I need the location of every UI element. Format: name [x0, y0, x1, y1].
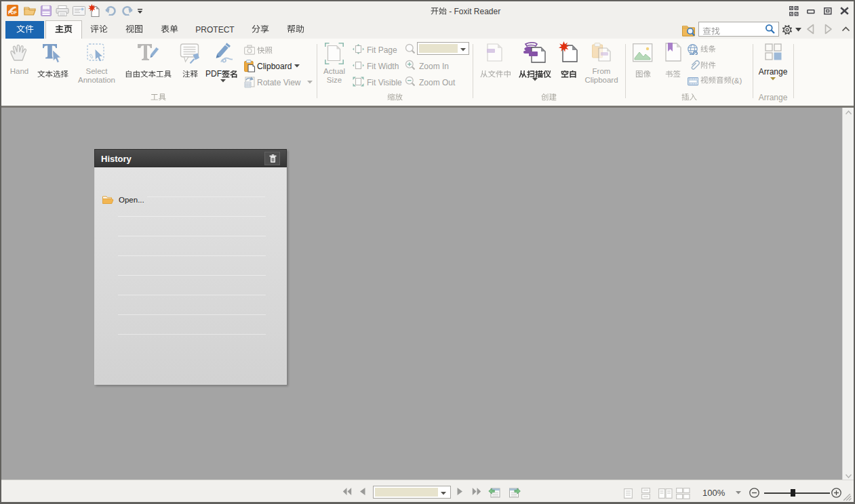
svg-text:PDF: PDF [8, 10, 17, 15]
